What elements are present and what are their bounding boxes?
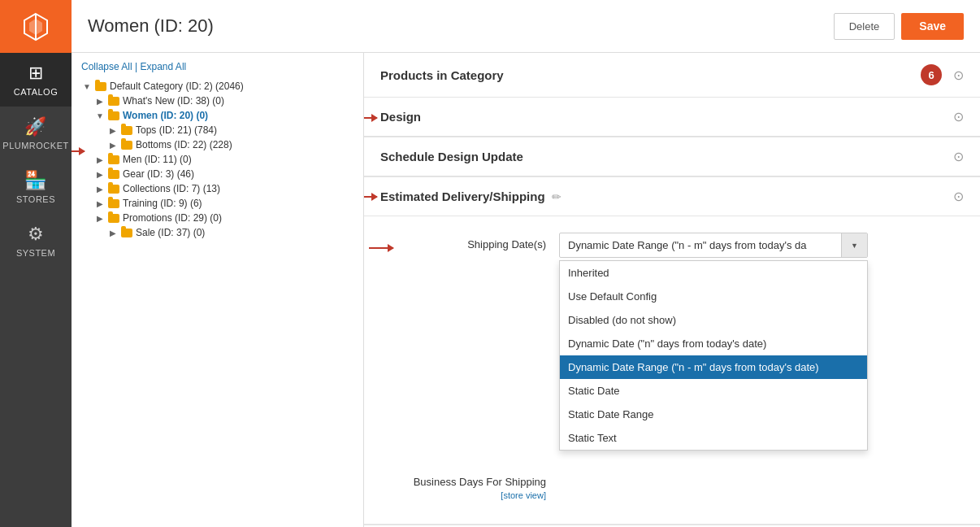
tree-folder-icon-8	[107, 183, 120, 194]
system-icon: ⚙	[28, 224, 45, 245]
estimated-title-group: Estimated Delivery/Shipping ✏	[380, 189, 562, 203]
tree-expand-sale: ▶	[107, 227, 119, 238]
tree-expand-women: ▼	[94, 110, 106, 121]
option-disabled[interactable]: Disabled (do not show)	[560, 308, 867, 332]
option-static-text[interactable]: Static Text	[560, 426, 867, 450]
expand-all-link[interactable]: Expand All	[141, 61, 187, 72]
delete-button[interactable]: Delete	[834, 13, 895, 40]
design-section-title: Design	[380, 110, 421, 124]
shipping-dates-row: Shipping Date(s) Dynamic Date Range ("n …	[380, 233, 964, 258]
tree-node-label-8: Collections (ID: 7) (13)	[123, 183, 220, 194]
products-section-header[interactable]: Products in Category 6 ⊙	[364, 53, 980, 98]
schedule-design-title: Schedule Design Update	[380, 150, 523, 163]
products-toggle-icon[interactable]: ⊙	[953, 68, 964, 83]
tree-folder-icon-11	[120, 227, 133, 238]
sidebar-system-label: SYSTEM	[16, 248, 55, 258]
schedule-toggle-icon[interactable]: ⊙	[953, 149, 964, 164]
shipping-dates-control: Dynamic Date Range ("n - m" days from to…	[559, 233, 964, 258]
tree-expand-tops: ▶	[107, 124, 119, 136]
tree-links: Collapse All | Expand All	[81, 61, 353, 72]
tree-node-default-category[interactable]: ▼ Default Category (ID: 2) (2046)	[81, 79, 353, 94]
shipping-dates-selected: Dynamic Date Range ("n - m" days from to…	[560, 233, 841, 257]
sidebar-item-catalog[interactable]: ⊞ CATALOG	[0, 53, 72, 107]
shipping-dates-dropdown: Inherited Use Default Config Disabled (d…	[559, 260, 868, 451]
design-section-header[interactable]: Design ⊙	[364, 98, 980, 137]
stores-icon: 🏪	[24, 170, 47, 191]
header-actions: Delete Save	[834, 13, 964, 40]
option-dynamic-range[interactable]: Dynamic Date Range ("n - m" days from to…	[560, 355, 867, 379]
tree-node-label-2: What's New (ID: 38) (0)	[123, 95, 224, 107]
tree-node-women[interactable]: ▼ Women (ID: 20) (0)	[81, 108, 353, 123]
delivery-form: 5 Delivery Date(s) Inherited	[364, 525, 980, 527]
sidebar-item-stores[interactable]: 🏪 STORES	[0, 160, 72, 214]
business-days-row: Business Days For Shipping [store view]	[380, 469, 964, 503]
sidebar-catalog-label: CATALOG	[14, 87, 58, 97]
tree-folder-icon-3	[107, 110, 120, 121]
tree-expand-bottoms: ▶	[107, 139, 119, 150]
tree-folder-icon-2	[107, 95, 120, 107]
option-dynamic-single[interactable]: Dynamic Date ("n" days from today's date…	[560, 332, 867, 355]
tree-folder-icon-7	[107, 168, 120, 180]
business-days-label-text: Business Days For	[414, 476, 502, 488]
sidebar-stores-label: STORES	[16, 194, 55, 204]
sidebar: ⊞ CATALOG 🚀 PLUMROCKET 🏪 STORES ⚙ SYSTEM	[0, 0, 72, 527]
tree-node-gear[interactable]: ▶ Gear (ID: 3) (46)	[81, 167, 353, 181]
option-static-range[interactable]: Static Date Range	[560, 403, 867, 426]
tree-expand-whats-new: ▶	[94, 95, 106, 107]
catalog-icon: ⊞	[28, 63, 44, 84]
tree-node-tops[interactable]: ▶ Tops (ID: 21) (784)	[81, 123, 353, 137]
products-section-title: Products in Category	[380, 68, 504, 82]
option-static-date[interactable]: Static Date	[560, 379, 867, 403]
tree-node-bottoms[interactable]: ▶ Bottoms (ID: 22) (228)	[81, 137, 353, 152]
tree-folder-icon	[94, 81, 107, 92]
tree-expand-collections: ▶	[94, 183, 106, 194]
logo[interactable]	[0, 0, 72, 53]
design-toggle-icon[interactable]: ⊙	[953, 109, 964, 124]
edit-icon[interactable]: ✏	[552, 190, 562, 203]
shipping-dates-label: Shipping Date(s)	[380, 233, 559, 250]
main-area: Women (ID: 20) Delete Save 1 Collapse Al…	[72, 0, 980, 527]
schedule-design-header[interactable]: Schedule Design Update ⊙	[364, 137, 980, 176]
tree-expand-default: ▼	[81, 81, 93, 92]
tree-node-promotions[interactable]: ▶ Promotions (ID: 29) (0)	[81, 211, 353, 225]
tree-node-label-4: Tops (ID: 21) (784)	[136, 124, 217, 136]
content-area: 1 Collapse All | Expand All ▼ Default Ca…	[72, 53, 980, 527]
tree-expand-training: ▶	[94, 198, 106, 209]
tree-node-label-3: Women (ID: 20) (0)	[123, 110, 208, 121]
shipping-dates-arrow[interactable]	[841, 233, 867, 257]
tree-folder-icon-10	[107, 212, 120, 224]
business-days-label: Business Days For Shipping [store view]	[380, 469, 559, 503]
shipping-form: 4 Shipping Date(s) Dynamic Date Range ("…	[364, 216, 980, 525]
tree-node-label-6: Men (ID: 11) (0)	[123, 154, 192, 165]
business-days-label2: Shipping	[505, 476, 546, 488]
tree-node-label-11: Sale (ID: 37) (0)	[136, 227, 205, 238]
estimated-section-title: Estimated Delivery/Shipping	[380, 189, 545, 203]
tree-expand-promotions: ▶	[94, 212, 106, 224]
estimated-section-header[interactable]: Estimated Delivery/Shipping ✏ ⊙	[364, 176, 980, 216]
option-default-config[interactable]: Use Default Config	[560, 285, 867, 308]
business-days-sub-label: [store view]	[380, 490, 546, 502]
plumrocket-icon: 🚀	[24, 116, 47, 137]
tree-node-label-7: Gear (ID: 3) (46)	[123, 168, 194, 180]
option-inherited[interactable]: Inherited	[560, 261, 867, 285]
tree-folder-icon-5	[120, 139, 133, 150]
estimated-toggle-icon[interactable]: ⊙	[953, 189, 964, 204]
collapse-all-link[interactable]: Collapse All	[81, 61, 132, 72]
sidebar-item-plumrocket[interactable]: 🚀 PLUMROCKET	[0, 107, 72, 160]
sidebar-item-system[interactable]: ⚙ SYSTEM	[0, 214, 72, 268]
tree-node-whats-new[interactable]: ▶ What's New (ID: 38) (0)	[81, 94, 353, 108]
tree-folder-icon-9	[107, 198, 120, 209]
tree-node-label-10: Promotions (ID: 29) (0)	[123, 212, 222, 224]
page-header: Women (ID: 20) Delete Save	[72, 0, 980, 53]
page-title: Women (ID: 20)	[88, 15, 834, 37]
sidebar-plumrocket-label: PLUMROCKET	[2, 141, 68, 150]
save-button[interactable]: Save	[901, 13, 964, 40]
tree-node-collections[interactable]: ▶ Collections (ID: 7) (13)	[81, 181, 353, 196]
tree-node-sale[interactable]: ▶ Sale (ID: 37) (0)	[81, 225, 353, 240]
tree-node-label-9: Training (ID: 9) (6)	[123, 198, 202, 209]
tree-folder-icon-6	[107, 154, 120, 165]
shipping-dates-select[interactable]: Dynamic Date Range ("n - m" days from to…	[559, 233, 868, 258]
tree-node-label-5: Bottoms (ID: 22) (228)	[136, 139, 232, 150]
tree-node-training[interactable]: ▶ Training (ID: 9) (6)	[81, 196, 353, 211]
tree-node-men[interactable]: ▶ Men (ID: 11) (0)	[81, 152, 353, 167]
